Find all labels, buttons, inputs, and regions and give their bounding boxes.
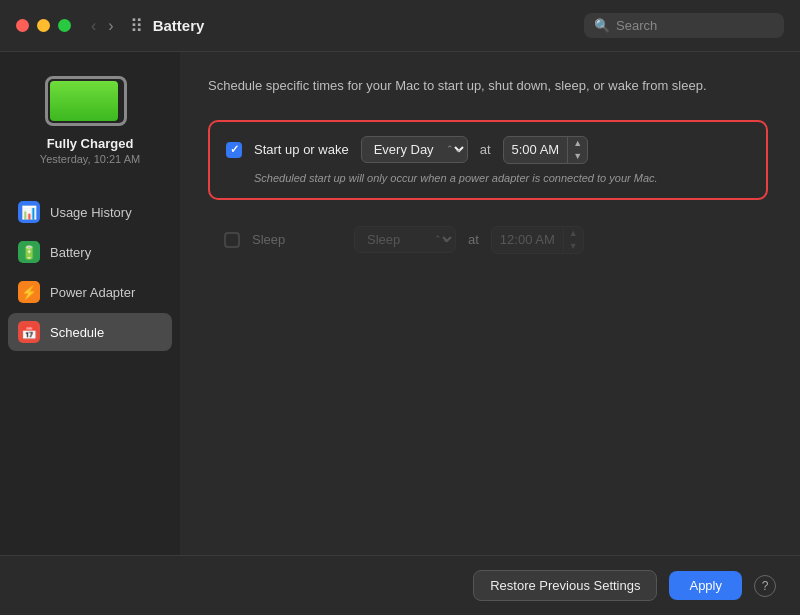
bottom-bar: Restore Previous Settings Apply ? bbox=[0, 555, 800, 615]
close-button[interactable] bbox=[16, 19, 29, 32]
startup-frequency-wrapper[interactable]: Every Day Weekdays Weekends Sunday Monda… bbox=[361, 136, 468, 163]
sidebar-item-power-adapter[interactable]: ⚡ Power Adapter bbox=[8, 273, 172, 311]
startup-time-spinner[interactable]: 5:00 AM ▲ ▼ bbox=[503, 136, 589, 164]
sleep-time-down: ▼ bbox=[564, 240, 583, 253]
startup-at-label: at bbox=[480, 142, 491, 157]
back-button[interactable]: ‹ bbox=[87, 15, 100, 37]
sidebar-item-usage-history[interactable]: 📊 Usage History bbox=[8, 193, 172, 231]
main-content: Fully Charged Yesterday, 10:21 AM 📊 Usag… bbox=[0, 52, 800, 555]
startup-frequency-select[interactable]: Every Day Weekdays Weekends Sunday Monda… bbox=[361, 136, 468, 163]
startup-time-controls: ▲ ▼ bbox=[567, 137, 587, 163]
sleep-at-label: at bbox=[468, 232, 479, 247]
content-area: Schedule specific times for your Mac to … bbox=[180, 52, 800, 555]
traffic-lights bbox=[16, 19, 71, 32]
forward-button[interactable]: › bbox=[104, 15, 117, 37]
sidebar-label-schedule: Schedule bbox=[50, 325, 104, 340]
sleep-checkbox[interactable] bbox=[224, 232, 240, 248]
battery-icon-nav: 🔋 bbox=[18, 241, 40, 263]
description-text: Schedule specific times for your Mac to … bbox=[208, 76, 768, 96]
sidebar: Fully Charged Yesterday, 10:21 AM 📊 Usag… bbox=[0, 52, 180, 555]
sleep-time-up: ▲ bbox=[564, 227, 583, 240]
sidebar-label-usage-history: Usage History bbox=[50, 205, 132, 220]
maximize-button[interactable] bbox=[58, 19, 71, 32]
power-adapter-icon: ⚡ bbox=[18, 281, 40, 303]
startup-warning: Scheduled start up will only occur when … bbox=[254, 172, 750, 184]
title-bar: ‹ › ⠿ Battery 🔍 bbox=[0, 0, 800, 52]
sleep-label: Sleep bbox=[252, 232, 342, 247]
schedule-box: Start up or wake Every Day Weekdays Week… bbox=[208, 120, 768, 200]
help-button[interactable]: ? bbox=[754, 575, 776, 597]
sidebar-label-battery: Battery bbox=[50, 245, 91, 260]
search-input[interactable] bbox=[616, 18, 774, 33]
nav-arrows: ‹ › bbox=[87, 15, 118, 37]
startup-time-value: 5:00 AM bbox=[504, 138, 568, 161]
sleep-row: Sleep Sleep Restart Shut Down at 12:00 A… bbox=[208, 216, 768, 264]
sidebar-item-battery[interactable]: 🔋 Battery bbox=[8, 233, 172, 271]
sleep-time-spinner: 12:00 AM ▲ ▼ bbox=[491, 226, 584, 254]
sidebar-navigation: 📊 Usage History 🔋 Battery ⚡ Power Adapte… bbox=[8, 193, 172, 351]
sidebar-label-power-adapter: Power Adapter bbox=[50, 285, 135, 300]
startup-label: Start up or wake bbox=[254, 142, 349, 157]
startup-checkbox[interactable] bbox=[226, 142, 242, 158]
startup-time-up[interactable]: ▲ bbox=[568, 137, 587, 150]
sleep-time-controls: ▲ ▼ bbox=[563, 227, 583, 253]
battery-graphic bbox=[45, 76, 135, 126]
search-bar[interactable]: 🔍 bbox=[584, 13, 784, 38]
sleep-action-select[interactable]: Sleep Restart Shut Down bbox=[354, 226, 456, 253]
sleep-action-wrapper[interactable]: Sleep Restart Shut Down bbox=[354, 226, 456, 253]
startup-row: Start up or wake Every Day Weekdays Week… bbox=[226, 136, 750, 164]
schedule-icon: 📅 bbox=[18, 321, 40, 343]
minimize-button[interactable] bbox=[37, 19, 50, 32]
window-title: Battery bbox=[153, 17, 205, 34]
sidebar-item-schedule[interactable]: 📅 Schedule bbox=[8, 313, 172, 351]
apply-button[interactable]: Apply bbox=[669, 571, 742, 600]
sleep-time-value: 12:00 AM bbox=[492, 228, 563, 251]
usage-history-icon: 📊 bbox=[18, 201, 40, 223]
search-icon: 🔍 bbox=[594, 18, 610, 33]
battery-status-label: Fully Charged bbox=[47, 136, 134, 151]
battery-time-label: Yesterday, 10:21 AM bbox=[40, 153, 140, 165]
startup-time-down[interactable]: ▼ bbox=[568, 150, 587, 163]
battery-icon-container: Fully Charged Yesterday, 10:21 AM bbox=[8, 68, 172, 173]
grid-icon[interactable]: ⠿ bbox=[130, 15, 143, 37]
restore-button[interactable]: Restore Previous Settings bbox=[473, 570, 657, 601]
